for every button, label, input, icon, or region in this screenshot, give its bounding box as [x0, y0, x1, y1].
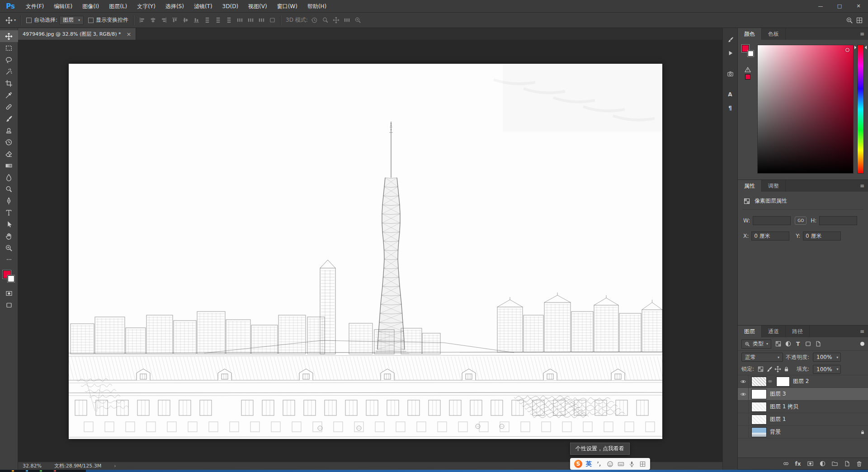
layer-name[interactable]: 背景	[770, 428, 860, 436]
layer-name[interactable]: 图层 3	[770, 390, 865, 398]
ime-language-toggle[interactable]: 英	[586, 460, 592, 468]
panel-menu-icon[interactable]	[856, 326, 868, 337]
move-tool[interactable]	[0, 30, 18, 42]
align-left-edges-button[interactable]	[137, 15, 147, 25]
panel-menu-icon[interactable]	[856, 180, 868, 192]
opacity-dropdown[interactable]: 100%	[813, 353, 841, 362]
layer-effects-button[interactable]: fx	[794, 460, 802, 467]
align-right-edges-button[interactable]	[159, 15, 169, 25]
align-bottom-edges-button[interactable]	[191, 15, 201, 25]
layer-thumbnail[interactable]	[751, 415, 767, 425]
layer-row-2[interactable]: 图层 3	[738, 388, 868, 401]
gradient-tool[interactable]	[0, 160, 18, 171]
character-panel-button[interactable]: A	[724, 89, 736, 100]
filter-pixel-layers-button[interactable]	[774, 340, 783, 349]
layer-visibility-toggle[interactable]	[738, 426, 749, 438]
layer-thumbnail[interactable]	[751, 389, 767, 399]
menu-window[interactable]: 窗口(W)	[272, 0, 302, 13]
layer-row-4[interactable]: 图层 1	[738, 413, 868, 426]
new-adjustment-layer-button[interactable]	[819, 460, 826, 467]
document-tab[interactable]: 4979496.jpg @ 32.8% (图层 3, RGB/8) * ×	[18, 28, 136, 40]
search-icon[interactable]	[844, 15, 854, 25]
layer-thumbnail[interactable]	[751, 402, 767, 412]
layer-filter-toggle[interactable]	[860, 342, 864, 346]
ime-emoji-button[interactable]	[606, 460, 613, 467]
crop-tool[interactable]	[0, 77, 18, 89]
scale-3d-button[interactable]	[353, 15, 363, 25]
stamp-tool[interactable]	[0, 124, 18, 136]
status-chevron-icon[interactable]: ›	[114, 463, 116, 469]
hue-slider[interactable]	[857, 45, 864, 174]
tab-layers[interactable]: 图层	[738, 326, 762, 337]
tab-adjustments[interactable]: 调整	[762, 180, 786, 192]
layer-name[interactable]: 图层 2	[793, 378, 865, 385]
brush-settings-panel-button[interactable]	[724, 33, 736, 45]
layer-thumbnail[interactable]	[751, 377, 767, 387]
orbit-3d-button[interactable]	[310, 15, 320, 25]
height-field[interactable]	[819, 216, 857, 225]
canvas[interactable]	[69, 64, 662, 439]
screen-mode-button[interactable]	[0, 299, 18, 311]
tool-preset-picker[interactable]	[4, 17, 18, 24]
new-group-button[interactable]	[831, 460, 838, 467]
show-transform-checkbox[interactable]: 显示变换控件	[88, 16, 128, 24]
filter-shape-layers-button[interactable]	[803, 340, 812, 349]
pathsel-tool[interactable]	[0, 218, 18, 230]
roll-3d-button[interactable]	[321, 15, 330, 25]
menu-select[interactable]: 选择(S)	[160, 0, 189, 13]
background-swatch[interactable]	[8, 275, 14, 282]
align-horizontal-centers-button[interactable]	[148, 15, 158, 25]
menu-layer[interactable]: 图层(L)	[104, 0, 132, 13]
zoom-level[interactable]: 32.82%	[23, 463, 42, 469]
link-layers-button[interactable]	[782, 460, 789, 467]
layer-visibility-toggle[interactable]	[738, 388, 749, 400]
menu-3d[interactable]: 3D(D)	[217, 0, 243, 13]
menu-edit[interactable]: 编辑(E)	[49, 0, 77, 13]
layer-row-5[interactable]: 背景	[738, 426, 868, 439]
ime-punctuation-button[interactable]: ’,	[595, 460, 603, 467]
align-top-edges-button[interactable]	[170, 15, 179, 25]
distribute-vcenter-button[interactable]	[213, 15, 223, 25]
heal-tool[interactable]	[0, 101, 18, 113]
layer-visibility-toggle[interactable]	[738, 401, 749, 413]
minimize-button[interactable]: —	[811, 0, 830, 12]
eraser-tool[interactable]	[0, 148, 18, 160]
pan-3d-button[interactable]	[331, 15, 341, 25]
wand-tool[interactable]	[0, 66, 18, 77]
layer-visibility-toggle[interactable]	[738, 413, 749, 425]
layer-mask-thumbnail[interactable]	[776, 377, 790, 387]
tab-properties[interactable]: 属性	[738, 180, 762, 192]
align-vertical-centers-button[interactable]	[180, 15, 190, 25]
distribute-hcenter-button[interactable]	[245, 15, 255, 25]
tab-swatches[interactable]: 色板	[762, 28, 786, 40]
auto-select-target-dropdown[interactable]: 图层	[59, 16, 84, 25]
close-button[interactable]: ✕	[849, 0, 868, 12]
color-cursor-icon[interactable]	[845, 48, 849, 52]
auto-select-checkbox[interactable]: 自动选择:	[26, 16, 57, 24]
distribute-top-button[interactable]	[202, 15, 212, 25]
menu-type[interactable]: 文字(Y)	[132, 0, 160, 13]
lock-transparent-button[interactable]	[757, 365, 764, 373]
ime-voice-button[interactable]	[628, 460, 635, 467]
lock-all-button[interactable]	[783, 365, 790, 373]
fill-dropdown[interactable]: 100%	[813, 365, 841, 374]
x-field[interactable]	[751, 231, 789, 241]
brush-tool[interactable]	[0, 113, 18, 124]
filter-adjustment-layers-button[interactable]	[783, 340, 793, 349]
width-field[interactable]	[753, 216, 791, 225]
background-swatch[interactable]	[748, 51, 754, 57]
paragraph-panel-button[interactable]: ¶	[724, 102, 736, 114]
saturation-brightness-box[interactable]	[757, 45, 854, 174]
menu-help[interactable]: 帮助(H)	[302, 0, 331, 13]
ime-toolbox-button[interactable]	[639, 460, 646, 467]
layer-filter-dropdown[interactable]: 类型	[741, 340, 771, 349]
delete-layer-button[interactable]	[855, 460, 863, 467]
history-tool[interactable]	[0, 136, 18, 148]
layer-name[interactable]: 图层 1	[770, 415, 865, 423]
new-layer-button[interactable]	[843, 460, 850, 467]
workspace-switcher-icon[interactable]	[854, 15, 864, 25]
menu-image[interactable]: 图像(I)	[77, 0, 104, 13]
lock-position-button[interactable]	[774, 365, 782, 373]
layer-visibility-toggle[interactable]	[738, 375, 749, 387]
gamut-swatch[interactable]	[745, 74, 750, 80]
